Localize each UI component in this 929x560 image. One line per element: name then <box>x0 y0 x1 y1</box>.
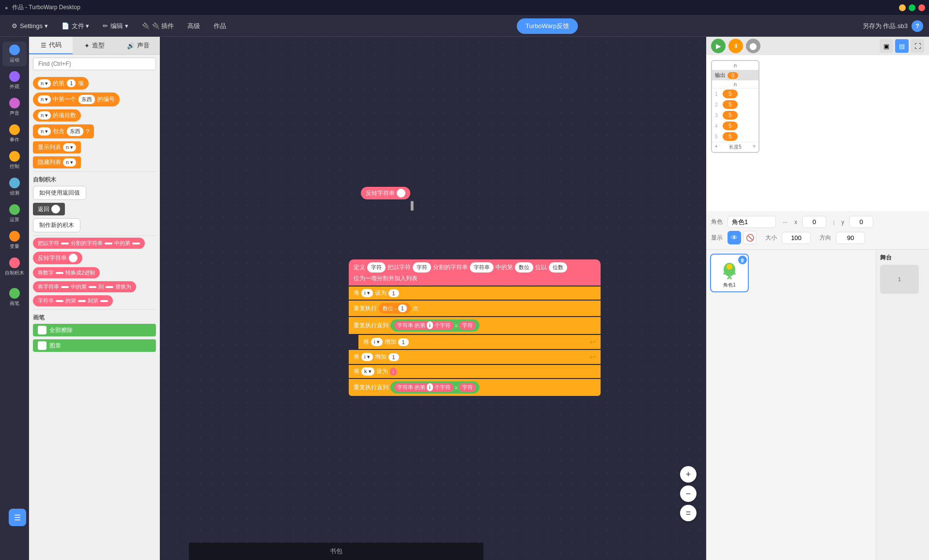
input-str1[interactable] <box>105 242 112 244</box>
stage-thumb[interactable]: 1 <box>880 265 919 294</box>
def-param-char2[interactable]: 字符 <box>413 262 431 272</box>
close-btn[interactable] <box>918 4 925 11</box>
oval-input[interactable] <box>397 189 405 197</box>
block-repeat-until-2[interactable]: 重复执行直到 字符串 的第 i 个字符 = 字符 <box>349 379 601 396</box>
reverse-string-block[interactable]: 反转字符串 <box>361 187 410 199</box>
show-btn[interactable]: 👁 <box>728 231 741 244</box>
block-extra-3[interactable]: 将数字 转换成2进制 <box>33 267 100 278</box>
sprite-card-1[interactable]: 🗑 角色1 <box>710 254 749 292</box>
x-input[interactable] <box>802 216 826 228</box>
block-pill-5[interactable]: 显示列表 n ▾ <box>33 141 81 153</box>
turbowarp-btn[interactable]: TurboWarp反馈 <box>517 18 578 34</box>
input-inc-2[interactable]: 1 <box>388 353 399 361</box>
pause-btn[interactable]: ⏸ <box>728 39 743 53</box>
plugins-menu[interactable]: 🔌 🔌 插件 <box>136 19 180 33</box>
zoom-out-btn[interactable]: − <box>680 485 697 502</box>
work-menu[interactable]: 作品 <box>208 19 232 33</box>
file-menu[interactable]: 📄 文件 ▾ <box>56 19 95 33</box>
input-from2[interactable] <box>78 300 86 302</box>
add-item-btn[interactable]: + <box>715 144 718 151</box>
input-1[interactable]: 1 <box>66 79 76 88</box>
main-script[interactable]: 定义 字符 把以字符 字符 分割的字符串 字符串 中的第 数位 位以 位数 位为… <box>349 259 601 396</box>
block-pill[interactable]: n ▾ 的第 1 项 <box>33 77 89 90</box>
block-how-to-pill[interactable]: 如何使用返回值 <box>33 186 86 200</box>
tab-costume[interactable]: ✦ 造型 <box>73 37 116 54</box>
input-str3[interactable] <box>56 300 63 302</box>
block-increase-i-outer[interactable]: 将 i ▾ 增加 1 ↩ <box>349 350 601 364</box>
dropdown-n3[interactable]: n ▾ <box>38 111 51 120</box>
block-stamp-pill[interactable]: ✎ 图章 <box>33 339 156 352</box>
sidebar-item-variables[interactable]: 变量 <box>2 228 27 253</box>
input-minus-1[interactable]: 1 <box>398 304 407 312</box>
dropdown-n4[interactable]: n ▾ <box>38 127 51 136</box>
dropdown-n[interactable]: n ▾ <box>38 79 51 88</box>
hide-btn[interactable]: 🚫 <box>743 231 757 244</box>
block-extra-2[interactable]: 反转字符串 <box>33 252 82 264</box>
input-str2[interactable] <box>61 286 69 288</box>
remove-item-btn[interactable]: = <box>753 144 756 151</box>
var-i-dropdown[interactable]: i ▾ <box>361 289 373 297</box>
var-i-in-cond[interactable]: i <box>427 321 433 329</box>
block-return-pill[interactable]: 返回 <box>33 203 65 215</box>
input-from[interactable] <box>89 286 96 288</box>
settings-menu[interactable]: ⚙ ⚙ Settings Settings ▾ <box>6 19 54 32</box>
stop-btn[interactable]: ⬤ <box>746 39 760 53</box>
green-flag-btn[interactable]: ▶ <box>711 39 726 53</box>
block-set-i[interactable]: 将 i ▾ 设为 1 <box>349 287 601 300</box>
var-k-dropdown[interactable]: k ▾ <box>361 367 374 376</box>
help-btn[interactable]: ? <box>912 20 923 32</box>
tab-code[interactable]: ☰ 代码 <box>29 37 73 54</box>
input-num[interactable] <box>56 272 63 274</box>
hat-block[interactable]: 定义 字符 把以字符 字符 分割的字符串 字符串 中的第 数位 位以 位数 位为… <box>349 259 601 286</box>
sprite-delete-btn[interactable]: 🗑 <box>738 256 747 264</box>
def-param-str[interactable]: 字符串 <box>470 262 494 272</box>
input-n1[interactable] <box>132 242 140 244</box>
block-clear-pen-pill[interactable]: ✎ 全部擦除 <box>33 324 156 336</box>
maximize-btn[interactable] <box>909 4 915 11</box>
floating-block[interactable]: 反转字符串 <box>361 187 410 199</box>
sprite-name-input[interactable] <box>728 216 776 228</box>
block-make-new-pill[interactable]: 制作新的积木 <box>33 218 80 232</box>
input-inc-1[interactable]: 1 <box>398 338 409 346</box>
def-param-pos[interactable]: 数位 <box>515 262 533 272</box>
input-thing[interactable]: 东西 <box>78 94 95 105</box>
zoom-reset-btn[interactable]: = <box>680 505 697 521</box>
sidebar-item-sensing[interactable]: 侦测 <box>2 175 27 199</box>
sidebar-item-looks[interactable]: 外观 <box>2 68 27 93</box>
block-pill-3[interactable]: n ▾ 的项目数 <box>33 109 81 121</box>
layout-btn-fullscreen[interactable]: ⛶ <box>911 39 924 53</box>
block-pill-2[interactable]: n ▾ 中第一个 东西 的编号 <box>33 92 120 106</box>
canvas-area[interactable]: 反转字符串 ▌ 定义 字符 把以字符 字符 分割的字符串 字符串 中的第 数位 … <box>160 37 706 560</box>
block-repeat-until-1[interactable]: 重复执行直到 字符串 的第 i 个字符 = 字符 <box>349 317 601 334</box>
sidebar-item-events[interactable]: 事件 <box>2 121 27 146</box>
def-param-char[interactable]: 字符 <box>367 262 386 272</box>
input-to2[interactable] <box>100 300 108 302</box>
dropdown-n6[interactable]: n ▾ <box>63 158 76 166</box>
block-extra-4[interactable]: 将字符串 中的第 到 替换为 <box>33 281 136 292</box>
y-input[interactable] <box>849 216 873 228</box>
tab-sound[interactable]: 🔊 声音 <box>116 37 160 54</box>
block-extra-5[interactable]: 字符串 的第 到第 <box>33 295 113 306</box>
direction-input[interactable] <box>836 232 865 244</box>
input-char1[interactable] <box>61 242 69 244</box>
var-i-in-cond2[interactable]: i <box>427 383 433 391</box>
input-thing2[interactable]: 东西 <box>66 126 84 136</box>
sidebar-item-custom[interactable]: 自制积木 <box>2 255 27 279</box>
block-pill-4[interactable]: n ▾ 包含 东西 ? <box>33 124 94 138</box>
def-param-bits[interactable]: 位数 <box>549 262 567 272</box>
block-increase-i-inner[interactable]: 将 i ▾ 增加 1 ↩ <box>358 335 601 349</box>
sidebar-item-sound[interactable]: 声音 <box>2 95 27 120</box>
input-to[interactable] <box>106 286 113 288</box>
block-extra-1[interactable]: 把以字符 分割的字符串 中的第 <box>33 238 145 249</box>
dropdown-n5[interactable]: n ▾ <box>63 143 76 151</box>
advanced-menu[interactable]: 高级 <box>182 19 206 33</box>
sidebar-item-control[interactable]: 控制 <box>2 148 27 173</box>
block-pill-6[interactable]: 隐藏列表 n ▾ <box>33 156 81 168</box>
size-input[interactable] <box>782 232 811 244</box>
edit-menu[interactable]: ✏ 编辑 ▾ <box>97 19 134 33</box>
zoom-in-btn[interactable]: + <box>680 466 697 483</box>
save-btn[interactable]: 另存为 作品.sb3 <box>863 22 908 30</box>
layout-btn-2[interactable]: ▤ <box>895 39 909 53</box>
sidebar-item-code[interactable]: 运动 <box>2 42 27 66</box>
block-set-k[interactable]: 将 k ▾ 设为 i <box>349 365 601 378</box>
